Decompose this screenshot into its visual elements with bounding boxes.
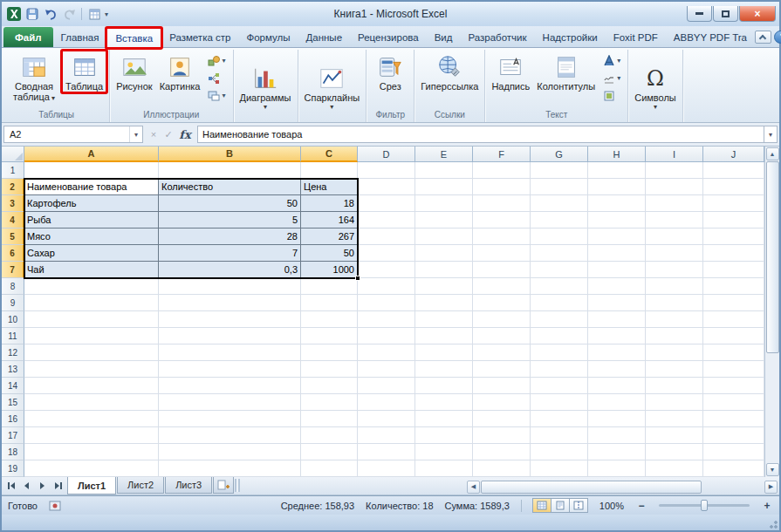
macro-record-icon[interactable] [49, 501, 61, 511]
enter-icon[interactable]: ✓ [162, 129, 175, 140]
zoom-out-icon[interactable]: − [635, 500, 647, 512]
column-header-B[interactable]: B [159, 147, 301, 162]
cell-C4[interactable]: 164 [301, 212, 358, 228]
tab-ABBYY PDF Tra[interactable]: ABBYY PDF Tra [666, 28, 755, 47]
minimize-button[interactable] [687, 6, 712, 22]
scroll-right-icon[interactable]: ▶ [764, 481, 778, 494]
cell-J17[interactable] [703, 427, 764, 444]
tab-Файл[interactable]: Файл [3, 27, 53, 47]
cell-B12[interactable] [159, 344, 301, 361]
resize-grip[interactable] [767, 518, 778, 529]
cell-J7[interactable] [703, 262, 764, 278]
insert-worksheet-icon[interactable] [213, 477, 234, 494]
tab-split-handle[interactable] [235, 479, 240, 492]
cell-A14[interactable] [24, 378, 159, 394]
cell-D15[interactable] [358, 394, 415, 411]
cell-B18[interactable] [159, 444, 301, 460]
cell-I12[interactable] [646, 344, 703, 361]
scroll-up-icon[interactable]: ▲ [766, 147, 779, 160]
cell-J8[interactable] [703, 278, 764, 295]
cell-A11[interactable] [24, 328, 159, 344]
cell-I3[interactable] [646, 195, 703, 212]
cell-C11[interactable] [301, 328, 358, 344]
cell-A8[interactable] [24, 278, 159, 295]
tab-Разработчик[interactable]: Разработчик [461, 28, 535, 47]
cell-A17[interactable] [24, 427, 159, 444]
cell-I19[interactable] [646, 460, 703, 477]
tab-Вид[interactable]: Вид [427, 28, 461, 47]
cell-I6[interactable] [646, 245, 703, 262]
cell-F9[interactable] [473, 295, 531, 311]
cell-F1[interactable] [473, 162, 531, 179]
cell-B1[interactable] [159, 162, 301, 179]
zoom-slider-thumb[interactable] [701, 500, 708, 511]
smartart-button[interactable] [205, 71, 228, 85]
cell-C3[interactable]: 18 [301, 195, 358, 212]
row-header-7[interactable]: 7 [2, 262, 24, 278]
cell-H18[interactable] [588, 444, 646, 460]
formula-input[interactable]: Наименование товара [197, 126, 764, 143]
cell-C16[interactable] [301, 411, 358, 427]
sparklines-button[interactable]: Спарклайны [301, 62, 364, 112]
cell-E3[interactable] [415, 195, 473, 212]
cell-I17[interactable] [646, 427, 703, 444]
cell-J2[interactable] [703, 179, 764, 195]
close-button[interactable]: × [739, 6, 776, 22]
horizontal-scroll-thumb[interactable] [481, 481, 702, 494]
cell-B11[interactable] [159, 328, 301, 344]
cell-J13[interactable] [703, 361, 764, 378]
column-header-J[interactable]: J [703, 147, 764, 162]
cell-C14[interactable] [301, 378, 358, 394]
cell-A3[interactable]: Картофель [24, 195, 159, 212]
cell-F4[interactable] [473, 212, 531, 228]
cell-F2[interactable] [473, 179, 531, 195]
cell-G10[interactable] [531, 311, 588, 328]
cell-C7[interactable]: 1000 [301, 262, 358, 278]
cell-H5[interactable] [588, 228, 646, 245]
previous-sheet-icon[interactable] [20, 480, 33, 493]
cell-I1[interactable] [646, 162, 703, 179]
cell-J3[interactable] [703, 195, 764, 212]
cell-F11[interactable] [473, 328, 531, 344]
cell-J16[interactable] [703, 411, 764, 427]
name-box[interactable]: A2 [3, 126, 143, 143]
cell-H7[interactable] [588, 262, 646, 278]
cell-J1[interactable] [703, 162, 764, 179]
cell-A7[interactable]: Чай [24, 262, 159, 278]
cell-G11[interactable] [531, 328, 588, 344]
cell-F17[interactable] [473, 427, 531, 444]
name-box-dropdown-icon[interactable] [129, 126, 142, 142]
cell-G9[interactable] [531, 295, 588, 311]
zoom-level[interactable]: 100% [599, 501, 624, 511]
cell-E19[interactable] [415, 460, 473, 477]
cell-H9[interactable] [588, 295, 646, 311]
cell-F19[interactable] [473, 460, 531, 477]
cell-H3[interactable] [588, 195, 646, 212]
cell-D9[interactable] [358, 295, 415, 311]
cell-C19[interactable] [301, 460, 358, 477]
cell-E8[interactable] [415, 278, 473, 295]
cell-B16[interactable] [159, 411, 301, 427]
cell-J15[interactable] [703, 394, 764, 411]
last-sheet-icon[interactable] [51, 480, 65, 493]
cell-A19[interactable] [24, 460, 159, 477]
tab-Формулы[interactable]: Формулы [238, 28, 298, 47]
cell-E2[interactable] [415, 179, 473, 195]
clipart-button[interactable]: Картинка [156, 51, 204, 92]
collapse-ribbon-icon[interactable] [755, 31, 771, 44]
cell-F6[interactable] [473, 245, 531, 262]
cell-I11[interactable] [646, 328, 703, 344]
cell-E10[interactable] [415, 311, 473, 328]
tab-Foxit PDF[interactable]: Foxit PDF [606, 28, 666, 47]
cell-D3[interactable] [358, 195, 415, 212]
row-header-3[interactable]: 3 [2, 195, 24, 212]
cell-D7[interactable] [358, 262, 415, 278]
screenshot-button[interactable]: ▾ [205, 88, 228, 103]
shapes-button[interactable]: ▾ [205, 53, 228, 68]
cell-D12[interactable] [358, 344, 415, 361]
hyperlink-button[interactable]: Гиперссылка [417, 51, 482, 92]
insert-function-icon[interactable]: fx [177, 128, 193, 141]
cell-D8[interactable] [358, 278, 415, 295]
cell-B6[interactable]: 7 [159, 245, 301, 262]
cell-H1[interactable] [588, 162, 646, 179]
